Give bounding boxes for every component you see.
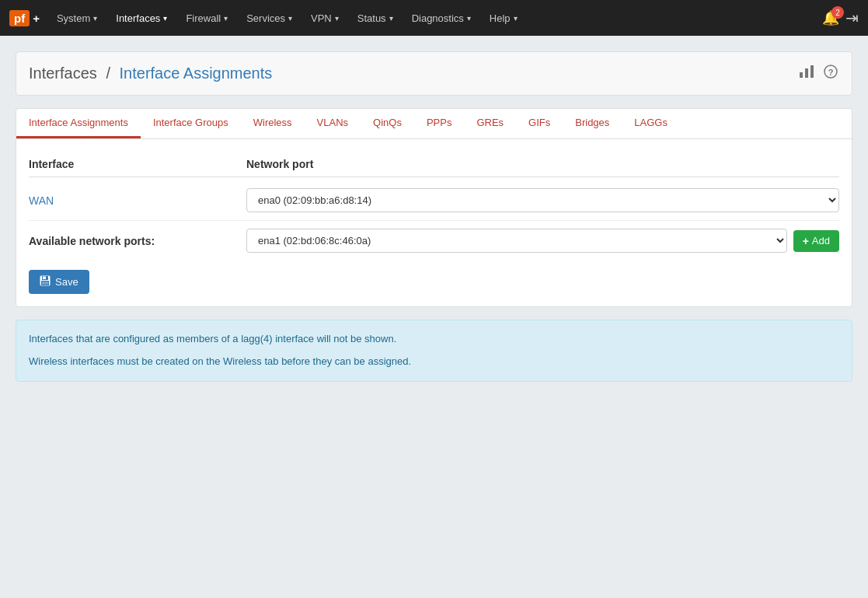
table-row: WAN ena0 (02:09:bb:a6:d8:14)ena1 (02:bd:… — [29, 180, 839, 221]
breadcrumb-current: Interface Assignments — [120, 65, 273, 82]
tabs-nav: Interface Assignments Interface Groups W… — [16, 109, 852, 139]
help-icon[interactable]: ? — [822, 63, 839, 84]
navbar: pf + System ▾ Interfaces ▾ Firewall ▾ Se… — [0, 0, 868, 36]
nav-help[interactable]: Help ▾ — [482, 8, 525, 29]
alerts-button[interactable]: 🔔 2 — [822, 9, 839, 26]
nav-services[interactable]: Services ▾ — [239, 8, 300, 29]
chevron-down-icon: ▾ — [224, 14, 228, 23]
save-icon — [40, 275, 51, 289]
save-button[interactable]: Save — [29, 270, 89, 294]
tab-gres[interactable]: GREs — [464, 109, 516, 138]
nav-vpn[interactable]: VPN ▾ — [303, 8, 347, 29]
available-ports-row: Available network ports: ena0 (02:09:bb:… — [29, 221, 839, 261]
nav-diagnostics[interactable]: Diagnostics ▾ — [404, 8, 479, 29]
chevron-down-icon: ▾ — [163, 14, 167, 23]
logout-icon[interactable]: ⇥ — [845, 9, 859, 27]
chevron-down-icon: ▾ — [93, 14, 97, 23]
nav-interfaces[interactable]: Interfaces ▾ — [108, 8, 175, 29]
svg-rect-2 — [810, 65, 814, 78]
tab-vlans[interactable]: VLANs — [305, 109, 361, 138]
available-ports-cell: ena0 (02:09:bb:a6:d8:14)ena1 (02:bd:06:8… — [246, 229, 839, 253]
plus-icon: + — [803, 235, 809, 247]
tab-bridges[interactable]: Bridges — [563, 109, 622, 138]
header-icons: ? — [797, 63, 839, 84]
tab-laggs[interactable]: LAGGs — [622, 109, 680, 138]
col-port-header: Network port — [246, 158, 839, 170]
page-header: Interfaces / Interface Assignments ? — [16, 51, 852, 96]
svg-rect-10 — [42, 282, 48, 285]
wan-port-select[interactable]: ena0 (02:09:bb:a6:d8:14)ena1 (02:bd:06:8… — [246, 188, 839, 212]
chevron-down-icon: ▾ — [467, 14, 471, 23]
chevron-down-icon: ▾ — [514, 14, 518, 23]
alerts-badge: 2 — [831, 6, 844, 19]
breadcrumb-separator: / — [106, 65, 110, 82]
breadcrumb-parent[interactable]: Interfaces — [29, 65, 97, 82]
tabs-container: Interface Assignments Interface Groups W… — [16, 108, 852, 307]
wan-link[interactable]: WAN — [29, 194, 54, 207]
brand[interactable]: pf + — [9, 10, 40, 26]
chevron-down-icon: ▾ — [288, 14, 292, 23]
navbar-right: 🔔 2 ⇥ — [822, 9, 859, 27]
info-box: Interfaces that are configured as member… — [16, 320, 852, 382]
available-ports-label-cell: Available network ports: — [29, 235, 246, 247]
nav-system[interactable]: System ▾ — [49, 8, 105, 29]
info-message-2: Wireless interfaces must be created on t… — [29, 354, 839, 370]
pfsense-logo-icon: pf — [9, 10, 30, 26]
svg-rect-0 — [800, 72, 803, 78]
tab-content: Interface Network port WAN ena0 (02:09:b… — [16, 139, 852, 306]
info-message-1: Interfaces that are configured as member… — [29, 331, 839, 348]
tab-ppps[interactable]: PPPs — [414, 109, 465, 138]
tab-qinqs[interactable]: QinQs — [361, 109, 414, 138]
add-button[interactable]: + Add — [793, 230, 839, 252]
nav-status[interactable]: Status ▾ — [350, 8, 401, 29]
pfsense-plus-label: + — [33, 12, 40, 25]
chevron-down-icon: ▾ — [389, 14, 393, 23]
tab-interface-assignments[interactable]: Interface Assignments — [16, 109, 141, 138]
svg-text:?: ? — [828, 68, 834, 77]
table-header: Interface Network port — [29, 152, 839, 177]
chevron-down-icon: ▾ — [335, 14, 339, 23]
tab-interface-groups[interactable]: Interface Groups — [141, 109, 241, 138]
tab-gifs[interactable]: GIFs — [516, 109, 563, 138]
available-port-select[interactable]: ena0 (02:09:bb:a6:d8:14)ena1 (02:bd:06:8… — [246, 229, 787, 253]
page-wrapper: Interfaces / Interface Assignments ? — [0, 36, 868, 397]
svg-rect-9 — [43, 277, 46, 280]
chart-icon[interactable] — [797, 63, 816, 84]
col-interface-header: Interface — [29, 158, 246, 170]
tab-wireless[interactable]: Wireless — [241, 109, 305, 138]
available-ports-label: Available network ports: — [29, 235, 155, 247]
svg-rect-1 — [805, 68, 808, 78]
breadcrumb: Interfaces / Interface Assignments — [29, 65, 272, 82]
wan-port-cell: ena0 (02:09:bb:a6:d8:14)ena1 (02:bd:06:8… — [246, 188, 839, 212]
nav-firewall[interactable]: Firewall ▾ — [178, 8, 235, 29]
wan-interface-cell: WAN — [29, 194, 246, 207]
